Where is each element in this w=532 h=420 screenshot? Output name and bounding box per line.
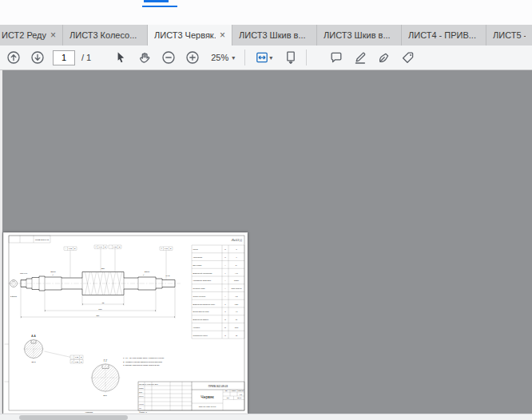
svg-text:Пров.: Пров. xyxy=(139,392,143,393)
svg-text:Формат А3: Формат А3 xyxy=(139,411,146,413)
comment-bubble-icon xyxy=(329,50,343,65)
page-scroll-icon xyxy=(284,50,298,65)
comment-tool-button[interactable] xyxy=(328,48,345,67)
svg-text:√: √ xyxy=(143,274,145,276)
tab-list3-koleso[interactable]: ЛИСТ3 Колесо... xyxy=(63,25,148,46)
svg-text:В: В xyxy=(105,246,106,248)
active-tool-underline xyxy=(142,6,177,7)
tab-list2-redukt[interactable]: ИСТ2 Редукт... × xyxy=(0,25,63,46)
document-tab-bar: ИСТ2 Редукт... × ЛИСТ3 Колесо... ЛИСТ3 Ч… xyxy=(0,25,532,46)
svg-text:Сталь 20Х ГОСТ 4543-71: Сталь 20Х ГОСТ 4543-71 xyxy=(199,406,216,407)
svg-text:1:1: 1:1 xyxy=(240,394,243,395)
more-tools-button[interactable] xyxy=(399,48,417,67)
svg-text:Делительный диаметр: Делительный диаметр xyxy=(193,319,208,320)
svg-text:Ø8.2: Ø8.2 xyxy=(32,361,37,363)
svg-text:Модуль: Модуль xyxy=(193,248,199,250)
svg-text:7-В: 7-В xyxy=(236,295,239,297)
svg-text:Б: Б xyxy=(170,248,172,249)
tab-close-icon[interactable]: × xyxy=(220,30,225,40)
svg-text:↗: ↗ xyxy=(95,246,97,248)
svg-text:—: — xyxy=(224,279,226,281)
zoom-level-select[interactable]: 25% ▾ xyxy=(208,53,238,62)
sign-tag-icon xyxy=(401,50,415,65)
svg-text:ZA: ZA xyxy=(236,264,238,266)
tab-close-icon[interactable]: × xyxy=(50,30,56,40)
svg-text:0.04: 0.04 xyxy=(99,246,103,248)
svg-text:M24×1.5: M24×1.5 xyxy=(20,272,28,274)
tab-list3-shkiv-1[interactable]: ЛИСТ3 Шкив в... xyxy=(232,25,317,46)
svg-text:Сопряжённое колесо: Сопряжённое колесо xyxy=(193,335,208,336)
svg-text:3. Общие допуски по ГОСТ 30893: 3. Общие допуски по ГОСТ 30893.2-mK. xyxy=(123,364,161,367)
scroll-mode-button[interactable] xyxy=(282,48,300,67)
svg-text:Лит.: Лит. xyxy=(225,390,228,391)
horizontal-scrollbar-thumb[interactable] xyxy=(19,415,128,420)
svg-text:6.284: 6.284 xyxy=(235,303,239,305)
svg-text:2 фаски: 2 фаски xyxy=(10,295,18,297)
svg-text:⊥: ⊥ xyxy=(65,248,66,249)
svg-text:m: m xyxy=(224,248,226,250)
svg-text:1: 1 xyxy=(236,256,236,258)
svg-text:Делительный угол подъёма: Делительный угол подъёма xyxy=(193,272,213,274)
svg-text:Т.контр.: Т.контр. xyxy=(139,396,144,397)
svg-text:В: В xyxy=(119,246,121,248)
svg-text:А-А: А-А xyxy=(31,335,36,338)
notes: 1. 40...45 HRC кроме мест, указанных осо… xyxy=(123,357,165,367)
page-canvas[interactable]: ПРИВ.302.09.03 Копировал Формат А3 √Ra 6… xyxy=(3,232,248,414)
top-accent-block xyxy=(144,0,169,2)
svg-text:s̄: s̄ xyxy=(224,303,226,305)
highlight-tool-button[interactable] xyxy=(351,48,369,67)
tab-label: ЛИСТ3 Шкив в... xyxy=(324,30,395,40)
fill-sign-button[interactable] xyxy=(375,48,393,67)
svg-text:32: 32 xyxy=(236,335,237,336)
svg-text:0.02: 0.02 xyxy=(69,248,73,249)
next-page-button[interactable] xyxy=(29,48,46,67)
tab-label: ЛИСТ5 - xyxy=(493,30,526,40)
svg-text:0.02: 0.02 xyxy=(113,246,117,248)
svg-text:—: — xyxy=(224,264,226,266)
toolbar-divider xyxy=(306,50,307,65)
page-fit-button[interactable]: ▾ xyxy=(252,48,276,67)
svg-text:1×45°: 1×45° xyxy=(166,275,171,276)
zoom-out-button[interactable] xyxy=(160,48,177,67)
zoom-in-button[interactable] xyxy=(184,48,201,67)
svg-text:Ø50: Ø50 xyxy=(101,267,105,269)
panel-edge xyxy=(0,70,2,414)
svg-text:2: 2 xyxy=(236,248,236,250)
svg-text:82: 82 xyxy=(102,302,105,303)
pencil-icon xyxy=(353,50,367,65)
zoom-level-value: 25% xyxy=(211,53,228,62)
svg-text:1. 40...45 HRC кроме мест, ука: 1. 40...45 HRC кроме мест, указанных осо… xyxy=(123,357,165,359)
svg-text:Ход витка: Ход витка xyxy=(193,327,201,328)
svg-text:Ø30k6: Ø30k6 xyxy=(50,271,56,272)
hand-tool-button[interactable] xyxy=(136,48,153,67)
tab-list4-privod[interactable]: ЛИСТ4 - ПРИВ... xyxy=(402,25,486,46)
tab-list3-shkiv-2[interactable]: ЛИСТ3 Шкив в... xyxy=(317,25,402,46)
svg-text:⊥: ⊥ xyxy=(71,356,73,358)
document-viewport[interactable]: ПРИВ.302.09.03 Копировал Формат А3 √Ra 6… xyxy=(0,70,532,414)
svg-text:—: — xyxy=(224,295,226,297)
svg-text:↗: ↗ xyxy=(161,248,162,249)
svg-text:z₁: z₁ xyxy=(224,256,226,258)
svg-text:Масштаб: Масштаб xyxy=(238,390,244,391)
horizontal-scrollbar[interactable] xyxy=(0,414,532,420)
tab-list5[interactable]: ЛИСТ5 - xyxy=(486,25,532,46)
hand-icon xyxy=(137,50,152,65)
svg-text:Масса: Масса xyxy=(232,390,236,391)
svg-text:ПРИВ.302.09.03: ПРИВ.302.09.03 xyxy=(208,385,228,388)
svg-text:○: ○ xyxy=(110,246,112,248)
select-tool-button[interactable] xyxy=(112,48,129,67)
previous-page-button[interactable] xyxy=(5,48,22,67)
svg-text:√Ra 6.3 (√): √Ra 6.3 (√) xyxy=(231,239,242,242)
svg-text:Разраб.: Разраб. xyxy=(139,388,144,389)
tab-label: ЛИСТ3 Червяк... xyxy=(154,30,216,40)
svg-text:pz: pz xyxy=(224,327,226,328)
svg-text:√: √ xyxy=(53,274,54,276)
svg-text:Степень точности: Степень точности xyxy=(193,295,205,297)
svg-text:2. *Размер обеспечивается инст: 2. *Размер обеспечивается инструментом. xyxy=(123,361,163,363)
svg-text:γ: γ xyxy=(225,272,226,274)
svg-text:Копировал: Копировал xyxy=(85,411,93,413)
svg-text:4°34′: 4°34′ xyxy=(235,272,239,274)
page-number-input[interactable] xyxy=(53,50,75,65)
tab-list3-chervyak[interactable]: ЛИСТ3 Червяк... × xyxy=(148,25,232,46)
svg-text:Высота витка до хорды: Высота витка до хорды xyxy=(193,311,210,312)
